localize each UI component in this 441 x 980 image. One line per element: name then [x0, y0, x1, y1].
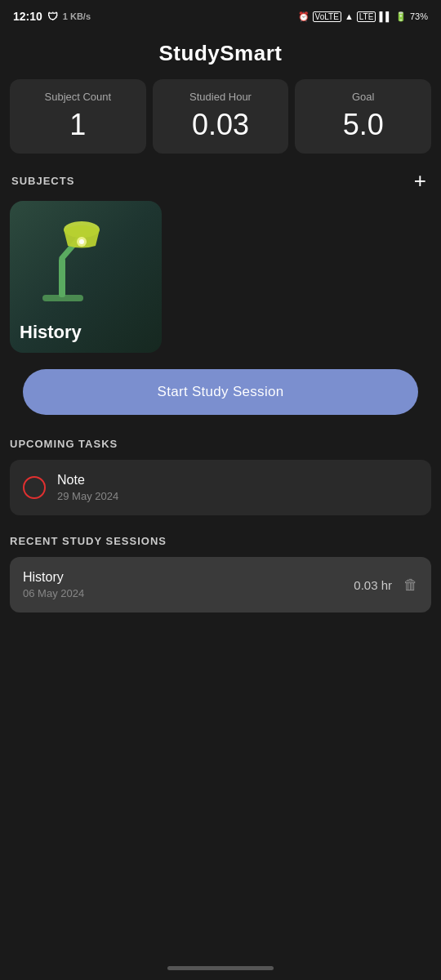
task-item-note: Note 29 May 2024: [10, 460, 431, 515]
app-title-container: StudySmart: [0, 29, 441, 79]
svg-point-5: [79, 239, 84, 244]
alarm-icon: ⏰: [298, 11, 310, 22]
goal-value: 5.0: [303, 108, 423, 142]
lte-icon: LTE: [357, 11, 376, 22]
session-actions: 0.03 hr 🗑: [354, 577, 418, 594]
status-right: ⏰ VoLTE ▲ LTE ▌▌ 🔋 73%: [298, 11, 428, 22]
subject-count-label: Subject Count: [18, 91, 138, 103]
subjects-grid: History: [0, 201, 441, 353]
app-title: StudySmart: [0, 41, 441, 66]
subject-name-history: History: [20, 322, 82, 343]
recent-sessions-title: RECENT STUDY SESSIONS: [10, 535, 431, 547]
task-info: Note 29 May 2024: [57, 473, 118, 502]
bottom-home-indicator: [167, 966, 274, 970]
subjects-section-header: SUBJECTS +: [0, 170, 441, 191]
task-name: Note: [57, 473, 118, 488]
session-item-history: History 06 May 2024 0.03 hr 🗑: [10, 557, 431, 612]
upcoming-tasks-title: UPCOMING TASKS: [10, 438, 431, 450]
session-subject-name: History: [23, 570, 84, 585]
recent-sessions-section: RECENT STUDY SESSIONS History 06 May 202…: [0, 535, 441, 612]
start-button-container: Start Study Session: [0, 369, 441, 415]
svg-rect-1: [59, 258, 65, 297]
stats-row: Subject Count 1 Studied Hour 0.03 Goal 5…: [0, 79, 441, 154]
battery-icon: 🔋: [395, 11, 407, 22]
status-bar: 12:10 🛡 1 KB/s ⏰ VoLTE ▲ LTE ▌▌ 🔋 73%: [0, 0, 441, 29]
session-date: 06 May 2024: [23, 587, 84, 599]
upcoming-tasks-section: UPCOMING TASKS Note 29 May 2024: [0, 438, 441, 515]
session-info: History 06 May 2024: [23, 570, 84, 599]
goal-label: Goal: [303, 91, 423, 103]
stat-card-hours: Studied Hour 0.03: [153, 79, 289, 154]
wifi-icon: ▲: [345, 11, 354, 21]
session-hours: 0.03 hr: [354, 578, 392, 592]
studied-hour-value: 0.03: [161, 108, 281, 142]
start-study-session-button[interactable]: Start Study Session: [23, 369, 418, 415]
task-completion-circle[interactable]: [23, 476, 46, 499]
lamp-illustration: [18, 209, 108, 307]
battery-percent: 73%: [410, 11, 428, 21]
task-date: 29 May 2024: [57, 490, 118, 502]
stat-card-subjects: Subject Count 1: [10, 79, 146, 154]
subject-card-history[interactable]: History: [10, 201, 162, 353]
delete-session-button[interactable]: 🗑: [403, 577, 418, 594]
time-display: 12:10: [13, 10, 42, 23]
volte-icon: VoLTE: [313, 11, 341, 22]
add-subject-button[interactable]: +: [411, 170, 430, 191]
status-left: 12:10 🛡 1 KB/s: [13, 10, 91, 23]
status-security-icon: 🛡: [47, 11, 58, 23]
network-speed: 1 KB/s: [63, 11, 91, 21]
subject-count-value: 1: [18, 108, 138, 142]
subjects-section-title: SUBJECTS: [11, 175, 74, 187]
stat-card-goal: Goal 5.0: [295, 79, 431, 154]
signal-icon: ▌▌: [379, 11, 392, 21]
studied-hour-label: Studied Hour: [161, 91, 281, 103]
